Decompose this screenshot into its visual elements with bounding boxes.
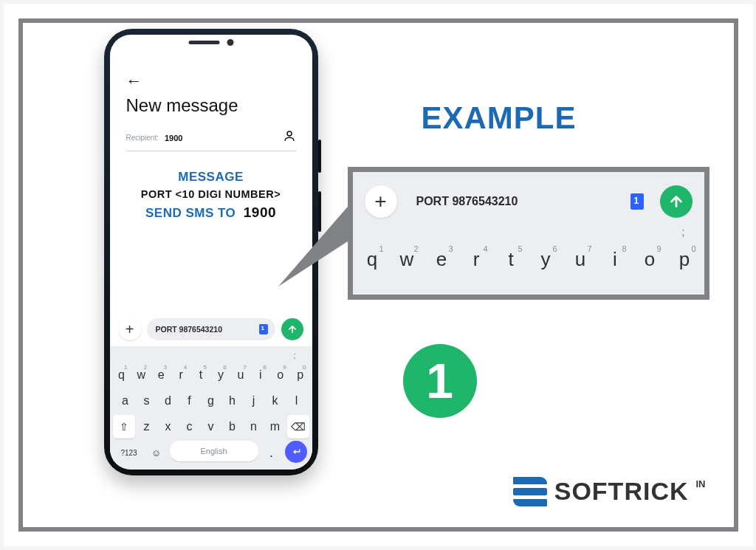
- brand-logo-mark: [513, 477, 547, 506]
- key-q[interactable]: q1: [357, 243, 388, 275]
- brand-tld: IN: [696, 478, 706, 489]
- example-keyboard-hint: ;: [353, 225, 704, 241]
- key-q[interactable]: q1: [112, 363, 130, 387]
- example-message-input[interactable]: PORT 9876543210: [403, 185, 654, 218]
- key-t[interactable]: t5: [192, 363, 210, 387]
- key-space[interactable]: English: [170, 441, 258, 461]
- key-s[interactable]: s: [137, 389, 157, 413]
- compose-bar: + PORT 9876543210: [110, 312, 312, 346]
- instruction-line-3: SEND SMS TO 1900: [117, 202, 305, 224]
- key-g[interactable]: g: [202, 389, 221, 413]
- key-p[interactable]: p0: [292, 363, 309, 387]
- key-k[interactable]: k: [266, 389, 285, 413]
- keyboard[interactable]: ; q1w2e3r4t5y6u7i8o9p0 asdfghjkl ⇧zxcvbn…: [110, 346, 312, 470]
- key-t[interactable]: t5: [496, 243, 526, 275]
- key-period[interactable]: .: [261, 441, 283, 464]
- svg-point-0: [287, 131, 292, 136]
- key-o[interactable]: o9: [272, 363, 289, 387]
- key-r[interactable]: r4: [461, 243, 492, 275]
- key-u[interactable]: u7: [232, 363, 250, 387]
- key-r[interactable]: r4: [172, 363, 190, 387]
- phone-notch: [188, 39, 233, 46]
- example-attach-button[interactable]: +: [365, 185, 397, 218]
- brand-logo: SOFTRICK IN: [513, 477, 706, 506]
- recipient-value: 1900: [165, 134, 283, 142]
- contact-icon[interactable]: [283, 129, 296, 146]
- key-backspace[interactable]: ⌫: [287, 415, 309, 439]
- keyboard-hint: ;: [113, 351, 309, 361]
- key-z[interactable]: z: [137, 415, 157, 439]
- step-number-badge: 1: [403, 344, 477, 418]
- key-x[interactable]: x: [159, 415, 178, 439]
- key-d[interactable]: d: [159, 389, 178, 413]
- attach-button[interactable]: +: [119, 318, 141, 340]
- svg-marker-1: [278, 202, 352, 286]
- key-i[interactable]: i8: [600, 243, 630, 275]
- recipient-field[interactable]: Recipient: 1900: [126, 126, 296, 151]
- key-j[interactable]: j: [244, 389, 264, 413]
- key-w[interactable]: w2: [132, 363, 150, 387]
- send-button[interactable]: [281, 318, 303, 340]
- key-enter[interactable]: [285, 441, 307, 463]
- key-h[interactable]: h: [223, 389, 242, 413]
- example-heading: EXAMPLE: [422, 100, 577, 136]
- example-compose-bar: + PORT 9876543210: [353, 172, 704, 225]
- key-shift[interactable]: ⇧: [113, 415, 135, 439]
- key-e[interactable]: e3: [152, 363, 170, 387]
- key-e[interactable]: e3: [427, 243, 457, 275]
- example-message-input-text: PORT 9876543210: [416, 195, 518, 208]
- message-input[interactable]: PORT 9876543210: [147, 318, 275, 340]
- key-w[interactable]: w2: [392, 243, 422, 275]
- instruction-line-2: PORT <10 DIGI NUMBER>: [117, 187, 305, 203]
- instruction-card: ← New message Recipient: 1900 MESSAGE PO…: [18, 18, 738, 532]
- key-y[interactable]: y6: [531, 243, 561, 275]
- brand-name: SOFTRICK: [554, 477, 689, 506]
- key-emoji[interactable]: ☺: [145, 441, 168, 464]
- key-p[interactable]: p0: [670, 243, 700, 275]
- example-send-button[interactable]: [660, 185, 693, 218]
- key-o[interactable]: o9: [635, 243, 665, 275]
- key-i[interactable]: i8: [252, 363, 269, 387]
- key-b[interactable]: b: [223, 415, 242, 439]
- key-numeric[interactable]: ?123: [115, 441, 143, 464]
- key-c[interactable]: c: [180, 415, 199, 439]
- key-m[interactable]: m: [266, 415, 285, 439]
- message-input-text: PORT 9876543210: [156, 325, 222, 334]
- instruction-line-1: MESSAGE: [117, 168, 305, 187]
- example-sim-badge[interactable]: [630, 193, 644, 210]
- key-u[interactable]: u7: [566, 243, 596, 275]
- sim-badge[interactable]: [259, 324, 268, 334]
- key-f[interactable]: f: [180, 389, 199, 413]
- key-y[interactable]: y6: [212, 363, 230, 387]
- back-icon[interactable]: ←: [126, 72, 142, 90]
- recipient-label: Recipient:: [126, 134, 159, 142]
- key-l[interactable]: l: [287, 389, 306, 413]
- page-title: New message: [110, 91, 312, 126]
- key-n[interactable]: n: [244, 415, 264, 439]
- example-callout: + PORT 9876543210 ; q1w2e3r4t5y6u7i8o9p0: [348, 167, 709, 300]
- key-v[interactable]: v: [202, 415, 221, 439]
- key-a[interactable]: a: [116, 389, 135, 413]
